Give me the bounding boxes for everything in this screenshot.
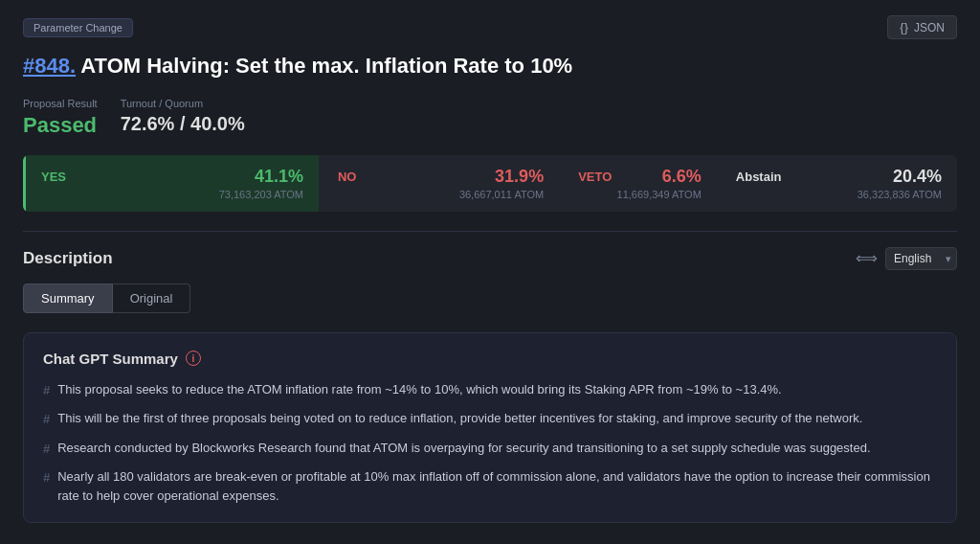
vote-veto: VETO 6.6% 11,669,349 ATOM <box>563 155 717 212</box>
proposal-title-text: ATOM Halving: Set the max. Inflation Rat… <box>80 54 572 78</box>
json-button[interactable]: {} JSON <box>887 15 957 39</box>
summary-points: # This proposal seeks to reduce the ATOM… <box>43 380 937 506</box>
vote-yes-label: YES <box>41 170 66 184</box>
hash-mark-1: # <box>43 381 50 400</box>
summary-point-2: # This will be the first of three propos… <box>43 409 937 429</box>
summary-card-title: Chat GPT Summary <box>43 351 178 367</box>
code-icon: {} <box>900 20 908 34</box>
vote-bars: YES 41.1% 73,163,203 ATOM NO 31.9% 36,66… <box>23 155 957 212</box>
summary-point-1-text: This proposal seeks to reduce the ATOM i… <box>57 380 781 400</box>
summary-point-3-text: Research conducted by Blockworks Researc… <box>57 439 870 459</box>
vote-no: NO 31.9% 36,667,011 ATOM <box>323 155 559 212</box>
vote-yes-atoms: 73,163,203 ATOM <box>41 189 303 200</box>
vote-veto-label: VETO <box>578 170 612 184</box>
result-section: Proposal Result Passed Turnout / Quorum … <box>23 98 957 138</box>
vote-yes: YES 41.1% 73,163,203 ATOM <box>23 155 319 212</box>
parameter-change-badge: Parameter Change <box>23 18 133 37</box>
proposal-result-label: Proposal Result <box>23 98 98 109</box>
vote-abstain-atoms: 36,323,836 ATOM <box>736 189 942 200</box>
turnout-label: Turnout / Quorum <box>121 98 245 109</box>
turnout-value: 72.6% / 40.0% <box>121 113 245 135</box>
vote-veto-atoms: 11,669,349 ATOM <box>578 189 702 200</box>
summary-card: Chat GPT Summary i # This proposal seeks… <box>23 332 957 524</box>
lang-select-wrap: English Chinese Spanish French <box>885 247 957 270</box>
vote-abstain-pct: 20.4% <box>893 167 942 187</box>
summary-point-2-text: This will be the first of three proposal… <box>57 409 862 429</box>
vote-veto-pct: 6.6% <box>662 167 702 187</box>
tab-original[interactable]: Original <box>113 283 191 313</box>
summary-point-3: # Research conducted by Blockworks Resea… <box>43 439 937 459</box>
tab-summary[interactable]: Summary <box>23 283 113 313</box>
vote-no-pct: 31.9% <box>495 167 544 187</box>
summary-point-4-text: Nearly all 180 validators are break-even… <box>57 467 937 505</box>
description-header: Description ⟺ English Chinese Spanish Fr… <box>23 247 957 270</box>
hash-mark-3: # <box>43 440 50 459</box>
vote-no-atoms: 36,667,011 ATOM <box>338 189 544 200</box>
language-select[interactable]: English Chinese Spanish French <box>885 247 957 270</box>
summary-point-1: # This proposal seeks to reduce the ATOM… <box>43 380 937 400</box>
turnout-block: Turnout / Quorum 72.6% / 40.0% <box>121 98 245 135</box>
hash-mark-4: # <box>43 468 50 505</box>
summary-card-header: Chat GPT Summary i <box>43 351 937 367</box>
summary-point-4: # Nearly all 180 validators are break-ev… <box>43 467 937 505</box>
vote-abstain-label: Abstain <box>736 170 782 184</box>
proposal-title: #848. ATOM Halving: Set the max. Inflati… <box>23 53 957 80</box>
vote-no-label: NO <box>338 170 357 184</box>
hash-mark-2: # <box>43 410 50 429</box>
vote-abstain: Abstain 20.4% 36,323,836 ATOM <box>721 155 957 212</box>
top-bar: Parameter Change {} JSON <box>23 15 957 39</box>
info-icon: i <box>186 351 201 366</box>
page-container: Parameter Change {} JSON #848. ATOM Halv… <box>0 0 980 538</box>
divider <box>23 231 957 232</box>
json-label: JSON <box>914 21 945 34</box>
lang-controls: ⟺ English Chinese Spanish French <box>856 247 957 270</box>
proposal-result-block: Proposal Result Passed <box>23 98 98 138</box>
translate-icon: ⟺ <box>856 249 878 267</box>
vote-yes-pct: 41.1% <box>255 167 303 187</box>
tab-row: Summary Original <box>23 283 957 313</box>
proposal-number[interactable]: #848. <box>23 54 76 78</box>
proposal-result-value: Passed <box>23 113 98 138</box>
description-title: Description <box>23 249 113 268</box>
